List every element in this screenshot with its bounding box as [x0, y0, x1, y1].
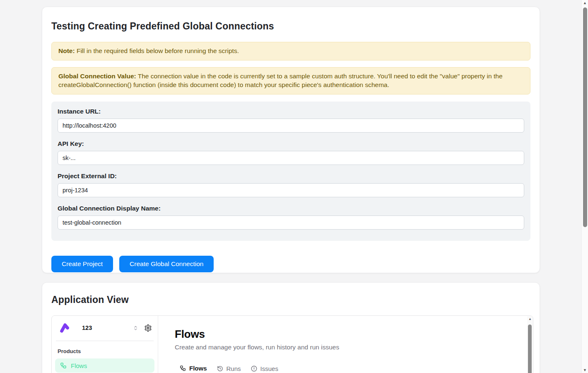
project-name: 123: [82, 325, 92, 331]
history-icon: [217, 366, 223, 372]
note-banner-text: Fill in the required fields below before…: [77, 47, 239, 54]
alert-circle-icon: [251, 366, 257, 372]
project-external-id-input[interactable]: [58, 183, 524, 197]
button-row: Create Project Create Global Connection: [51, 256, 530, 272]
app-scrollbar-thumb[interactable]: [528, 325, 532, 373]
project-selector[interactable]: 123: [82, 325, 144, 331]
api-key-input[interactable]: [58, 151, 524, 165]
global-connection-display-name-input[interactable]: [58, 216, 524, 230]
project-external-id-label: Project External ID:: [58, 172, 524, 180]
page-scrollbar-thumb[interactable]: [583, 7, 587, 227]
chevrons-up-down-icon: [133, 325, 138, 331]
global-connection-value-banner: Global Connection Value: The connection …: [51, 67, 530, 94]
note-banner: Note: Fill in the required fields below …: [51, 42, 530, 61]
scroll-down-icon[interactable]: ▼: [582, 368, 588, 372]
tab-bar: Flows Runs: [175, 365, 533, 373]
page-scrollbar[interactable]: ▲ ▼: [581, 0, 588, 373]
scroll-up-icon[interactable]: ▲: [582, 1, 588, 5]
instance-url-input[interactable]: [58, 119, 524, 133]
app-main: Flows Create and manage your flows, run …: [158, 316, 533, 373]
tab-flows[interactable]: Flows: [175, 365, 212, 373]
tab-runs-label: Runs: [227, 365, 241, 372]
global-connection-value-label: Global Connection Value:: [58, 73, 136, 80]
tab-issues[interactable]: Issues: [246, 365, 283, 373]
create-global-connection-button[interactable]: Create Global Connection: [119, 256, 214, 272]
application-view-card: Application View 123: [42, 282, 540, 373]
create-project-button[interactable]: Create Project: [51, 256, 113, 272]
app-sidebar: 123 Produc: [52, 316, 158, 373]
flows-subheading: Create and manage your flows, run histor…: [175, 344, 533, 351]
gear-icon[interactable]: [144, 324, 152, 332]
products-section-label: Products: [55, 348, 154, 354]
scroll-up-icon[interactable]: ▲: [527, 316, 533, 322]
sidebar-divider: [56, 341, 154, 341]
app-sidebar-header: 123: [55, 322, 154, 334]
sidebar-item-flows[interactable]: Flows: [55, 358, 154, 373]
page-title: Testing Creating Predefined Global Conne…: [51, 21, 530, 32]
application-view-title: Application View: [51, 294, 530, 305]
instance-url-label: Instance URL:: [58, 108, 524, 115]
app-scrollbar[interactable]: ▲: [527, 316, 533, 373]
sidebar-item-label: Flows: [71, 362, 87, 369]
application-frame: 123 Produc: [51, 315, 533, 373]
flows-heading: Flows: [175, 328, 533, 341]
activepieces-logo: [60, 322, 70, 333]
tab-issues-label: Issues: [260, 365, 278, 372]
api-key-label: API Key:: [58, 140, 524, 148]
tab-runs[interactable]: Runs: [212, 365, 246, 373]
tab-flows-label: Flows: [189, 365, 207, 372]
workflow-icon: [60, 362, 67, 369]
testing-card: Testing Creating Predefined Global Conne…: [42, 7, 540, 273]
form-panel: Instance URL: API Key: Project External …: [51, 102, 530, 241]
workflow-icon: [180, 365, 186, 371]
note-banner-label: Note:: [58, 47, 75, 54]
global-connection-display-name-label: Global Connection Display Name:: [58, 205, 524, 212]
